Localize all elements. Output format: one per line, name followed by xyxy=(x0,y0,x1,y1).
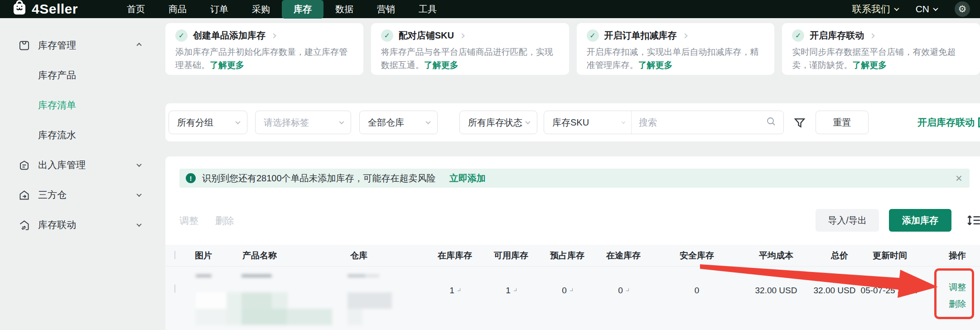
nav-item-inventory[interactable]: 库存 xyxy=(282,0,323,19)
bulk-adjust-button-disabled[interactable]: 调整 xyxy=(179,214,198,227)
sidebar-item-inventory-list[interactable]: 库存清单 xyxy=(38,98,141,112)
chevron-down-icon xyxy=(626,288,629,291)
learn-more-link[interactable]: 了解更多 xyxy=(210,60,244,70)
available-value[interactable]: 1 xyxy=(483,284,539,297)
chevron-down-icon xyxy=(894,6,899,11)
chevron-down-icon xyxy=(136,192,141,197)
inventory-sync-toggle-link[interactable]: 开启库存联动 xyxy=(917,116,980,129)
in-stock-value[interactable]: 1 xyxy=(427,284,483,297)
chevron-down-icon xyxy=(514,288,517,291)
nav-item-tools[interactable]: 工具 xyxy=(407,0,449,19)
add-inventory-button[interactable]: 添加库存 xyxy=(889,209,951,232)
card-inventory-sync[interactable]: ✓ 开启库存联动 实时同步库存数据至平台店铺，有效避免超卖，谨防缺货。了解更多 xyxy=(782,23,980,75)
close-icon[interactable]: × xyxy=(956,171,962,185)
nav-item-data[interactable]: 数据 xyxy=(323,0,365,19)
alert-exclamation-icon: ! xyxy=(186,173,196,183)
add-now-link[interactable]: 立即添加 xyxy=(449,172,486,184)
status-filter-dropdown[interactable]: 所有库存状态 xyxy=(459,111,537,134)
check-icon: ✓ xyxy=(175,29,188,42)
col-available: 可用库存 xyxy=(483,245,539,267)
chevron-down-icon xyxy=(136,222,141,227)
card-order-deduction[interactable]: ✓ 开启订单扣减库存 开启库存扣减，实现出单后自动扣减库存，精准管理库存。了解更… xyxy=(577,23,775,75)
col-in-stock: 在库库存 xyxy=(427,245,483,267)
avg-cost-value: 32.00 USD xyxy=(748,284,804,297)
onboarding-cards: ✓ 创建单品添加库存 添加库存产品并初始化库存数量，建立库存管理基础。了解更多 … xyxy=(165,23,980,75)
oversell-alert-banner: ! 识别到您还有28100个单品未添加库存，可能存在超卖风险 立即添加 × xyxy=(179,169,970,188)
annotation-red-box xyxy=(934,268,974,319)
chevron-down-icon xyxy=(425,119,430,124)
chevron-right-icon xyxy=(459,33,464,38)
cutoff-toggle-icon xyxy=(978,117,980,127)
check-icon: ✓ xyxy=(587,29,599,42)
logo-text: 4Seller xyxy=(32,1,78,17)
redacted-content-blur xyxy=(165,267,980,330)
bulk-delete-button-disabled[interactable]: 删除 xyxy=(215,214,234,227)
logo[interactable]: 4Seller xyxy=(12,0,78,18)
col-warehouse: 仓库 xyxy=(350,245,367,267)
search-combo: 库存SKU xyxy=(544,111,784,134)
updated-at-value: 05-07-25 23:57 xyxy=(863,284,917,297)
col-in-transit: 在途库存 xyxy=(595,245,652,267)
card-create-inventory[interactable]: ✓ 创建单品添加库存 添加库存产品并初始化库存数量，建立库存管理基础。了解更多 xyxy=(165,23,363,75)
language-menu[interactable]: CN xyxy=(916,4,937,15)
sidebar-group-inventory-sync[interactable]: 库存联动 xyxy=(17,218,141,232)
col-reserved: 预占库存 xyxy=(539,245,595,267)
sidebar-group-label: 库存管理 xyxy=(38,39,137,52)
settings-button[interactable]: ⚙ xyxy=(955,1,970,17)
column-settings-icon[interactable] xyxy=(966,213,980,230)
chevron-down-icon xyxy=(136,162,141,167)
learn-more-link[interactable]: 了解更多 xyxy=(424,60,459,70)
main-nav: 首页 商品 订单 采购 库存 数据 营销 工具 xyxy=(115,0,449,19)
row-checkbox[interactable] xyxy=(174,284,175,293)
col-avg-cost: 平均成本 xyxy=(748,245,804,267)
safety-value: 0 xyxy=(669,284,725,297)
sidebar-group-third-party-warehouse[interactable]: 三方仓 xyxy=(17,188,141,202)
sidebar: 库存管理 库存产品 库存清单 库存流水 出入库管理 三方仓 xyxy=(0,18,156,330)
chevron-down-icon xyxy=(235,119,240,124)
col-safety: 安全库存 xyxy=(669,245,725,267)
import-export-button[interactable]: 导入/导出 xyxy=(816,209,879,232)
top-navbar: 4Seller 首页 商品 订单 采购 库存 数据 营销 工具 联系我们 CN … xyxy=(0,0,980,18)
sidebar-group-inout-management[interactable]: 出入库管理 xyxy=(17,158,141,172)
in-transit-value[interactable]: 0 xyxy=(595,284,652,297)
learn-more-link[interactable]: 了解更多 xyxy=(638,60,673,70)
sidebar-item-inventory-products[interactable]: 库存产品 xyxy=(38,68,141,82)
nav-item-marketing[interactable]: 营销 xyxy=(365,0,407,19)
total-price-value: 32.00 USD xyxy=(808,284,861,297)
chevron-down-icon xyxy=(525,119,530,124)
search-icon xyxy=(766,116,776,128)
sidebar-item-inventory-flow[interactable]: 库存流水 xyxy=(38,128,141,142)
group-filter-dropdown[interactable]: 所有分组 xyxy=(169,111,247,134)
col-total-price: 总价 xyxy=(818,245,861,267)
funnel-filter-icon[interactable] xyxy=(793,116,806,131)
chevron-right-icon xyxy=(682,33,687,38)
card-match-sku[interactable]: ✓ 配对店铺SKU 将库存产品与各平台店铺商品进行匹配，实现数据互通。了解更多 xyxy=(371,23,569,75)
nav-item-home[interactable]: 首页 xyxy=(115,0,157,19)
main-content: ✓ 创建单品添加库存 添加库存产品并初始化库存数量，建立库存管理基础。了解更多 … xyxy=(156,18,980,330)
table-row[interactable]: 1 1 0 0 0 32.00 USD 32.00 USD 05-07-25 2… xyxy=(165,267,980,330)
alert-text: 识别到您还有28100个单品未添加库存，可能存在超卖风险 xyxy=(202,172,436,184)
contact-us-menu[interactable]: 联系我们 xyxy=(852,3,898,15)
select-all-checkbox[interactable] xyxy=(174,251,175,259)
col-actions: 操作 xyxy=(938,245,977,267)
navbar-right: 联系我们 CN ⚙ xyxy=(852,1,970,17)
in-out-warehouse-icon xyxy=(17,158,31,172)
warehouse-filter-dropdown[interactable]: 全部仓库 xyxy=(359,111,438,134)
tag-filter-dropdown[interactable]: 请选择标签 xyxy=(255,111,351,134)
third-party-warehouse-icon xyxy=(17,188,31,202)
learn-more-link[interactable]: 了解更多 xyxy=(852,60,887,70)
reserved-value[interactable]: 0 xyxy=(539,284,595,297)
nav-item-products[interactable]: 商品 xyxy=(157,0,198,19)
sidebar-group-inventory-management[interactable]: 库存管理 xyxy=(17,39,141,52)
chevron-right-icon xyxy=(870,33,875,38)
search-type-dropdown[interactable]: 库存SKU xyxy=(544,111,632,134)
chevron-up-icon xyxy=(136,43,141,48)
col-updated-at: 更新时间 xyxy=(863,245,917,267)
chevron-right-icon xyxy=(271,33,276,38)
nav-item-purchase[interactable]: 采购 xyxy=(240,0,282,19)
language-label: CN xyxy=(916,4,929,15)
reset-button[interactable]: 重置 xyxy=(816,111,869,134)
search-input[interactable] xyxy=(632,117,766,128)
nav-item-orders[interactable]: 订单 xyxy=(198,0,240,19)
col-product-name: 产品名称 xyxy=(242,245,277,267)
